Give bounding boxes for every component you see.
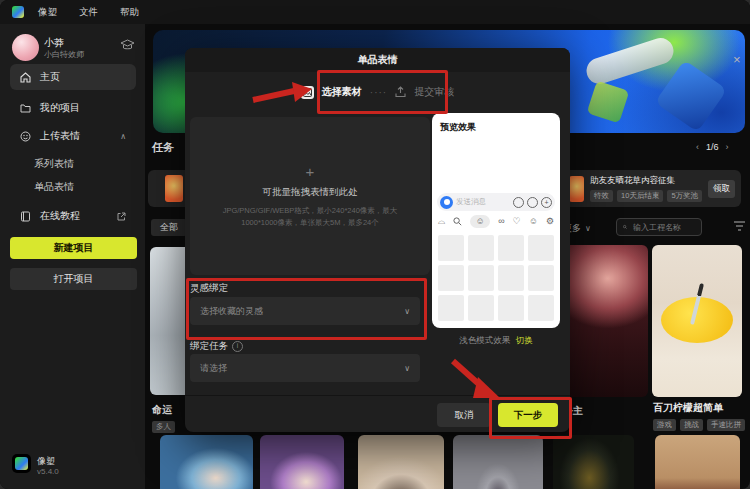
next-step-button[interactable]: 下一步: [498, 403, 558, 427]
chevron-down-icon: ∨: [404, 307, 410, 316]
mode-text: 浅色模式效果: [459, 335, 510, 345]
inspiration-select[interactable]: 选择收藏的灵感 ∨: [190, 297, 420, 325]
sidebar-item-home[interactable]: 主页: [10, 64, 136, 90]
info-icon[interactable]: i: [232, 341, 243, 352]
project-tags: 游戏 挑战 手速比拼: [653, 419, 745, 431]
switch-mode-link[interactable]: 切换: [516, 335, 533, 345]
task-tag: 10天后结束: [617, 190, 663, 202]
step-submit-review[interactable]: 提交审核: [414, 85, 454, 99]
project-thumbnail[interactable]: [260, 435, 344, 489]
folder-icon: [20, 103, 31, 113]
task-thumbnail: [165, 175, 183, 202]
upload-icon: [395, 86, 406, 98]
project-thumbnail[interactable]: [558, 245, 648, 397]
task-title: 助友友晒花草内容征集: [590, 175, 702, 187]
new-project-button[interactable]: 新建项目: [10, 237, 137, 259]
section-title: 任务: [152, 140, 174, 155]
sidebar-item-projects[interactable]: 我的项目: [10, 95, 136, 121]
sidebar-item-tutorial[interactable]: 在线教程: [10, 203, 136, 229]
next-icon[interactable]: ›: [726, 142, 729, 152]
voice-circle-icon: [527, 197, 538, 208]
project-thumbnail[interactable]: [150, 247, 185, 395]
search-input[interactable]: [631, 222, 695, 233]
project-tag: 多人: [152, 421, 175, 433]
dialog-title: 单品表情: [185, 48, 570, 72]
app-logo-icon: [12, 454, 31, 473]
graduation-cap-icon: [120, 39, 135, 51]
project-thumbnail[interactable]: [358, 435, 444, 489]
gear-icon: ⚙: [546, 217, 554, 226]
step-select-material[interactable]: 选择素材: [322, 85, 362, 99]
sidebar-item-series-emoji[interactable]: 系列表情: [34, 157, 74, 171]
banner-illustration: [583, 35, 677, 88]
mode-note: 浅色模式效果 切换: [432, 335, 560, 347]
select-placeholder: 选择收藏的灵感: [200, 305, 263, 318]
search-icon: [453, 217, 462, 226]
upload-dropzone[interactable]: + 可批量拖拽表情到此处 JPG/PNG/GIF/WEBP格式，最小240*24…: [190, 117, 430, 275]
project-search[interactable]: [616, 218, 702, 236]
sticker-toolbar-mock: ⌓ ☺ ∞ ♡ ☺ ⚙: [438, 215, 554, 228]
project-tags: 多人: [152, 421, 175, 433]
sidebar-item-label: 主页: [40, 70, 60, 84]
app-version: v5.4.0: [37, 467, 59, 476]
menu-app-name[interactable]: 像塑: [38, 6, 57, 19]
smiley-icon: ☺: [529, 217, 538, 226]
app-logo-icon: [12, 6, 24, 18]
single-emoji-dialog: 单品表情 × 选择素材 ···· 提交审核 + 可批量拖拽表情到此处 JPG/P…: [185, 48, 570, 432]
emoji-icon: [20, 131, 31, 142]
task-card[interactable]: 助友友晒花草内容征集 特效 10天后结束 5万奖池 领取: [563, 170, 741, 207]
task-tag: 5万奖池: [667, 190, 702, 202]
preview-title: 预览效果: [440, 121, 476, 134]
cancel-button[interactable]: 取消: [437, 403, 491, 427]
project-tag: 手速比拼: [707, 419, 745, 431]
menu-file[interactable]: 文件: [79, 6, 98, 19]
send-placeholder: 发送消息: [456, 197, 486, 207]
inspiration-label: 灵感绑定: [190, 282, 228, 295]
project-thumbnail[interactable]: [655, 435, 740, 489]
external-link-icon: [117, 212, 126, 221]
project-thumbnail[interactable]: [160, 435, 253, 489]
sidebar-item-single-emoji[interactable]: 单品表情: [34, 180, 74, 194]
page-indicator: 1/6: [706, 142, 719, 152]
banner-pagination: ‹ 1/6 ›: [696, 142, 729, 152]
sticker-grid-placeholder: [438, 235, 554, 321]
project-title: 命运: [152, 403, 172, 417]
book-icon: [20, 211, 31, 222]
project-thumbnail[interactable]: [553, 435, 634, 489]
avatar[interactable]: [12, 34, 39, 61]
sidebar-item-label: 我的项目: [40, 101, 80, 115]
prev-icon[interactable]: ‹: [696, 142, 699, 152]
bind-task-label: 绑定任务: [190, 340, 228, 353]
chevron-down-icon: ∨: [585, 224, 591, 233]
user-role: 小白特效师: [44, 49, 84, 60]
home-icon: [20, 72, 31, 83]
chat-input-mock: 发送消息 +: [437, 193, 555, 211]
filter-all-tab[interactable]: 全部: [151, 219, 187, 236]
select-placeholder: 请选择: [200, 362, 227, 375]
task-card-clipped[interactable]: [148, 170, 185, 207]
project-thumbnail[interactable]: [453, 435, 543, 489]
claim-button[interactable]: 领取: [708, 180, 735, 198]
send-avatar-icon: [440, 196, 453, 209]
hat-icon: ⌓: [438, 217, 445, 226]
open-project-button[interactable]: 打开项目: [10, 268, 137, 290]
chevron-up-icon: ∧: [120, 132, 126, 141]
search-icon: [623, 223, 627, 231]
add-circle-icon: +: [541, 197, 552, 208]
chevron-down-icon: ∨: [404, 364, 410, 373]
close-icon[interactable]: ×: [733, 52, 741, 67]
filter-icon[interactable]: [733, 220, 746, 232]
banner-illustration: [587, 81, 630, 124]
menu-help[interactable]: 帮助: [120, 6, 139, 19]
project-title: 百刀柠檬超简单: [653, 401, 723, 415]
heart-icon: ♡: [513, 217, 521, 226]
banner-illustration: [655, 60, 727, 132]
emoji-circle-icon: [513, 197, 524, 208]
bind-task-select[interactable]: 请选择 ∨: [190, 354, 420, 382]
image-icon: [301, 86, 314, 99]
link-icon: ∞: [498, 217, 504, 226]
project-thumbnail[interactable]: [652, 245, 742, 397]
sidebar-item-label: 在线教程: [40, 209, 80, 223]
sidebar-item-label: 上传表情: [40, 129, 80, 143]
sidebar-item-upload-emoji[interactable]: 上传表情 ∧: [10, 123, 136, 149]
